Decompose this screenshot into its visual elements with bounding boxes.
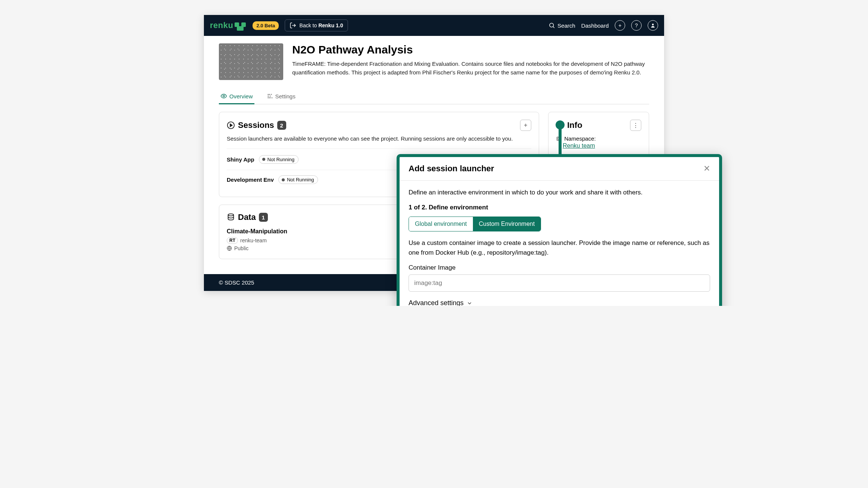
session-name: Development Env: [227, 177, 274, 183]
advanced-settings-label: Advanced settings: [409, 299, 464, 306]
session-status-text: Not Running: [287, 177, 314, 182]
option-global-environment[interactable]: Global environment: [409, 217, 473, 231]
modal-step: 1 of 2. Define environment: [409, 204, 710, 211]
dots-vertical-icon: ⋮: [633, 122, 639, 129]
namespace-link[interactable]: Renku team: [563, 142, 641, 149]
svg-point-1: [652, 24, 654, 25]
add-button[interactable]: +: [615, 20, 625, 31]
info-card: Info ⋮ Namespace: Renku team: [548, 112, 649, 157]
tab-settings[interactable]: Settings: [265, 89, 297, 104]
back-to-renku-button[interactable]: Back to Renku 1.0: [285, 19, 348, 31]
project-header: N2O Pathway Analysis TimeFRAME: Time-dep…: [219, 43, 649, 80]
search-link[interactable]: Search: [548, 22, 575, 29]
brand-logo[interactable]: renku: [210, 21, 247, 30]
brand-name: renku: [210, 21, 233, 30]
status-dot-icon: [262, 158, 265, 161]
add-session-button[interactable]: +: [520, 120, 531, 131]
svg-point-2: [223, 95, 225, 97]
team-name: renku-team: [240, 237, 267, 243]
search-label: Search: [557, 22, 575, 29]
environment-type-toggle: Global environment Custom Environment: [409, 217, 541, 231]
frog-icon: [235, 21, 247, 30]
info-menu-button[interactable]: ⋮: [630, 120, 641, 131]
option-custom-environment[interactable]: Custom Environment: [473, 217, 541, 231]
project-description: TimeFRAME: Time-dependent Fractionation …: [292, 60, 649, 77]
topbar: renku 2.0 Beta Back to Renku 1.0 Search …: [204, 15, 664, 36]
help-button[interactable]: ?: [631, 20, 642, 31]
chevron-down-icon: [467, 300, 473, 306]
user-icon: [650, 23, 655, 28]
svg-point-4: [228, 214, 234, 216]
close-icon: ✕: [703, 164, 710, 173]
copyright: © SDSC 2025: [219, 279, 254, 286]
sessions-title: Sessions 2: [227, 120, 286, 130]
tab-overview-label: Overview: [229, 93, 253, 99]
custom-env-description: Use a custom container image to create a…: [409, 238, 710, 257]
project-title: N2O Pathway Analysis: [292, 43, 649, 56]
sessions-count: 2: [277, 121, 286, 130]
container-image-label: Container Image: [409, 264, 710, 271]
advanced-settings-toggle[interactable]: Advanced settings: [409, 299, 710, 306]
search-icon: [548, 22, 555, 29]
beta-badge: 2.0 Beta: [253, 21, 279, 30]
session-status: Not Running: [259, 155, 299, 164]
dashboard-label: Dashboard: [581, 22, 609, 29]
team-code: RT: [227, 237, 238, 244]
data-title-text: Data: [238, 212, 256, 222]
session-status: Not Running: [278, 175, 318, 184]
namespace-label: Namespace:: [564, 135, 596, 142]
play-circle-icon: [227, 121, 235, 129]
container-image-input[interactable]: [409, 274, 710, 292]
app-window: renku 2.0 Beta Back to Renku 1.0 Search …: [204, 15, 664, 291]
tab-overview[interactable]: Overview: [219, 89, 254, 104]
back-prefix: Back to: [299, 22, 318, 28]
plus-icon: +: [618, 22, 621, 28]
session-status-text: Not Running: [268, 157, 294, 162]
sessions-title-text: Sessions: [238, 120, 274, 130]
plus-icon: +: [524, 122, 527, 129]
info-title-text: Info: [567, 120, 582, 130]
namespace-row: Namespace:: [556, 135, 641, 142]
svg-point-0: [550, 23, 554, 27]
modal-intro: Define an interactive environment in whi…: [409, 189, 710, 196]
globe-icon: [227, 246, 232, 251]
project-thumbnail: [219, 43, 283, 80]
data-count: 1: [259, 213, 268, 222]
tab-settings-label: Settings: [275, 93, 296, 99]
sessions-note: Session launchers are available to every…: [227, 135, 531, 142]
modal-close-button[interactable]: ✕: [703, 164, 710, 174]
project-tabs: Overview Settings: [219, 89, 649, 104]
dashboard-link[interactable]: Dashboard: [581, 22, 609, 29]
add-session-launcher-modal: Add session launcher ✕ Define an interac…: [397, 154, 722, 306]
visibility-text: Public: [234, 245, 248, 251]
account-button[interactable]: [648, 20, 658, 31]
exit-icon: [290, 22, 296, 29]
session-name: Shiny App: [227, 156, 254, 163]
sliders-icon: [266, 93, 273, 99]
question-icon: ?: [635, 22, 638, 28]
back-strong: Renku 1.0: [318, 22, 343, 28]
modal-title: Add session launcher: [409, 164, 494, 174]
annotation-stem: [559, 125, 562, 159]
eye-icon: [220, 93, 227, 99]
database-icon: [227, 213, 235, 221]
status-dot-icon: [282, 178, 285, 181]
